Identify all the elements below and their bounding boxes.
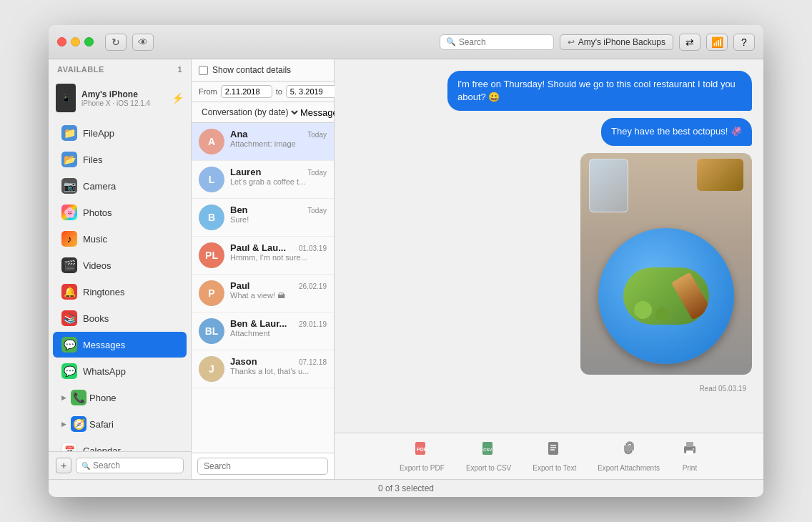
sidebar-item-photos[interactable]: 🌸 Photos <box>53 200 187 225</box>
from-date-input[interactable] <box>221 85 272 98</box>
conv-item-lauren[interactable]: L Lauren Today Let's grab a coffee t... <box>192 161 334 199</box>
sort-select[interactable]: Conversation (by date) <box>199 107 300 118</box>
conv-item-paul-lau[interactable]: PL Paul & Lau... 01.03.19 Hmmm, I'm not … <box>192 237 334 275</box>
svg-rect-9 <box>686 442 693 447</box>
sidebar-item-safari[interactable]: ▶ 🧭 Safari <box>53 411 187 437</box>
safari-expand-arrow: ▶ <box>61 420 66 428</box>
backup-button[interactable]: ↩ Amy's iPhone Backups <box>560 34 673 50</box>
sidebar-search-input[interactable] <box>93 461 178 471</box>
conv-date-ana: Today <box>307 131 327 139</box>
conv-header-ana: Ana Today <box>230 129 327 139</box>
sidebar-item-messages[interactable]: 💬 Messages <box>53 332 187 358</box>
conv-info-paul-lau: Paul & Lau... 01.03.19 Hmmm, I'm not sur… <box>230 242 327 262</box>
videos-icon: 🎬 <box>61 257 77 273</box>
wifi-icon: 📶 <box>711 36 723 48</box>
conv-preview-ben: Sure! <box>230 215 327 224</box>
conv-item-ben[interactable]: B Ben Today Sure! <box>192 199 334 237</box>
maximize-button[interactable] <box>84 37 94 46</box>
sidebar-item-calendar[interactable]: 📅 Calendar <box>53 438 187 451</box>
conv-item-ben-laur[interactable]: BL Ben & Laur... 29.01.19 Attachment <box>192 312 334 350</box>
conv-preview-ana: Attachment: image <box>230 139 327 148</box>
minimize-button[interactable] <box>71 37 80 46</box>
conv-item-jason[interactable]: J Jason 07.12.18 Thanks a lot, that's u.… <box>192 350 334 388</box>
sidebar-item-ringtones[interactable]: 🔔 Ringtones <box>53 279 187 305</box>
conv-avatar-paul-lau: PL <box>199 242 224 268</box>
search-icon: 🔍 <box>446 37 456 46</box>
fileapp-label: FileApp <box>83 128 114 139</box>
msg-row-2: They have the best octopus! 🦑 <box>346 118 752 145</box>
conv-name-lauren: Lauren <box>230 167 261 177</box>
add-button[interactable]: + <box>56 458 71 473</box>
conv-item-ana[interactable]: A Ana Today Attachment: image <box>192 123 334 161</box>
refresh-button[interactable]: ↻ <box>105 34 127 51</box>
whatsapp-label: WhatsApp <box>83 366 126 377</box>
conversation-list: A Ana Today Attachment: image L <box>192 123 334 453</box>
arrows-button[interactable]: ⇄ <box>679 34 700 51</box>
conv-header-ben-laur: Ben & Laur... 29.01.19 <box>230 318 327 329</box>
conv-info-ben-laur: Ben & Laur... 29.01.19 Attachment <box>230 318 327 338</box>
wifi-button[interactable]: 📶 <box>706 34 728 51</box>
conv-item-paul[interactable]: P Paul 26.02.19 What a view! 🏔 <box>192 275 334 312</box>
attachments-icon <box>620 440 638 462</box>
arrows-icon: ⇄ <box>685 36 694 48</box>
export-pdf-action[interactable]: PDF Export to PDF <box>400 440 445 472</box>
close-button[interactable] <box>57 37 66 46</box>
device-info-row: 📱 Amy's iPhone iPhone X · iOS 12.1.4 ⚡ <box>49 79 191 117</box>
contact-details-checkbox[interactable] <box>199 66 208 75</box>
eye-icon: 👁 <box>138 36 148 48</box>
svg-rect-10 <box>686 450 693 455</box>
help-button[interactable]: ? <box>733 34 755 51</box>
search-bar[interactable]: 🔍 <box>440 34 554 50</box>
conv-avatar-ben: B <box>199 205 224 230</box>
conv-date-ben-laur: 29.01.19 <box>299 320 327 328</box>
search-input[interactable] <box>459 37 548 47</box>
sidebar-search-bar[interactable]: 🔍 <box>76 458 184 473</box>
sidebar-item-files[interactable]: 📂 Files <box>53 147 187 172</box>
bubble-1: I'm free on Thursday! Should we go to th… <box>447 71 752 111</box>
conv-date-paul: 26.02.19 <box>299 282 327 290</box>
sidebar-header: AVAILABLE 1 <box>49 59 191 79</box>
conv-info-ana: Ana Today Attachment: image <box>230 129 327 148</box>
msg-row-image <box>346 153 752 375</box>
conv-name-ana: Ana <box>230 129 248 139</box>
photos-label: Photos <box>83 207 112 218</box>
eye-button[interactable]: 👁 <box>132 34 154 51</box>
messages-search-bar[interactable] <box>192 453 334 479</box>
status-bar: 0 of 3 selected <box>49 479 763 497</box>
phone-label: Phone <box>89 393 117 403</box>
sidebar-item-books[interactable]: 📚 Books <box>53 305 187 331</box>
export-attachments-action[interactable]: Export Attachments <box>598 440 660 472</box>
msg-text-1: I'm free on Thursday! Should we go to th… <box>457 79 736 102</box>
conv-avatar-lauren: L <box>199 167 224 192</box>
sidebar-item-whatsapp[interactable]: 💬 WhatsApp <box>53 358 187 384</box>
conv-header-jason: Jason 07.12.18 <box>230 356 327 367</box>
messages-panel: Show contact details From to Conversatio… <box>192 59 335 479</box>
conv-preview-lauren: Let's grab a coffee t... <box>230 177 327 186</box>
whatsapp-icon: 💬 <box>61 363 77 379</box>
export-text-action[interactable]: Export to Text <box>533 440 576 472</box>
camera-label: Camera <box>83 181 116 192</box>
camera-icon: 📷 <box>61 178 77 194</box>
device-sub: iPhone X · iOS 12.1.4 <box>81 99 166 107</box>
export-csv-action[interactable]: CSV Export to CSV <box>466 440 511 472</box>
sidebar-item-phone[interactable]: ▶ 📞 Phone <box>53 385 187 410</box>
conversation-sort-row: Conversation (by date) Message <box>192 102 334 123</box>
ringtones-label: Ringtones <box>83 287 125 297</box>
usb-icon: ⚡ <box>172 92 184 104</box>
conv-name-paul-lau: Paul & Lau... <box>230 242 286 253</box>
messages-label: Messages <box>83 340 125 350</box>
attachments-label: Export Attachments <box>598 464 660 472</box>
files-label: Files <box>83 154 102 165</box>
text-icon <box>546 440 563 462</box>
music-icon: ♪ <box>61 231 77 247</box>
sidebar-item-music[interactable]: ♪ Music <box>53 226 187 252</box>
to-date-input[interactable] <box>286 85 337 98</box>
print-action[interactable]: Print <box>681 440 698 472</box>
conv-date-lauren: Today <box>307 169 327 177</box>
messages-search-input[interactable] <box>197 458 328 475</box>
sidebar-item-camera[interactable]: 📷 Camera <box>53 173 187 199</box>
sidebar-item-fileapp[interactable]: 📁 FileApp <box>53 120 187 146</box>
refresh-icon: ↻ <box>112 36 120 48</box>
sidebar-item-videos[interactable]: 🎬 Videos <box>53 252 187 278</box>
conv-preview-ben-laur: Attachment <box>230 329 327 338</box>
